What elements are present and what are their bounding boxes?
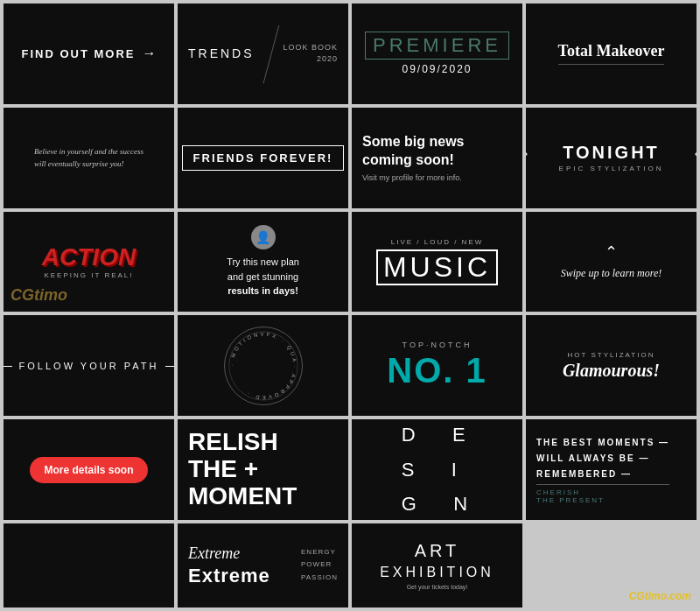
more-details-button[interactable]: More details soon [30,457,147,483]
hot-stylization-text: HOT STYLIZATION [568,351,655,359]
circle-svg: · MOTIONVFX · QUALITY · · APPROVED · [225,327,302,405]
svg-text:· MOTIONVFX · QUALITY ·: · MOTIONVFX · QUALITY · [225,327,298,366]
premiere-text: PREMIERE [365,32,509,60]
cell-extreme: Extreme Extreme ENERGY POWER PASSION [178,523,348,607]
art-sub-text: Get your tickets today! [407,584,468,590]
cell-try-plan: 👤 Try this new planand get stunningresul… [178,212,348,313]
cell-swipe-up: ⌃ Swipe up to learn more! [526,212,696,313]
svg-text:· APPROVED ·: · APPROVED · [244,366,298,400]
no1-text: NO. 1 [387,351,486,390]
best-moments-text: THE BEST MOMENTS — WILL ALWAYS BE — REME… [536,435,669,485]
cell-total-makeover: Total Makeover [526,4,696,104]
friends-forever-text: FRIENDS FOREVER! [182,145,345,171]
cell-more-details: More details soon [4,419,174,520]
live-text: LIVE / LOUD / NEW [391,238,484,246]
art-text: ART [415,541,460,561]
tonight-chevrons: › TONIGHT ‹ [526,143,696,163]
action-text: ACTION [42,243,136,271]
cell-music: LIVE / LOUD / NEW MUSIC [352,212,522,313]
cell-motionvfx: · MOTIONVFX · QUALITY · · APPROVED · [178,315,348,416]
music-text: MUSIC [376,249,498,285]
premiere-date: 09/09/2020 [402,63,472,75]
exhibition-text: EXHIBITION [380,565,494,580]
chevron-left-icon: › [526,146,528,160]
motionvfx-circle: · MOTIONVFX · QUALITY · · APPROVED · [224,327,303,405]
cherish-text: CHERISH THE PRESENT [536,488,605,504]
find-out-more-text: FIND OUT MORE [22,47,136,60]
cell-empty-21 [4,523,174,607]
big-news-sub: Visit my profile for more info. [362,173,462,182]
cell-relish: RELISH THE + MOMENT [178,419,348,520]
cell-action: ACTION KEEPING IT REAL! CGtimo [4,212,174,313]
cell-best-moments: THE BEST MOMENTS — WILL ALWAYS BE — REME… [526,419,696,520]
cell-big-news: Some big newscoming soon! Visit my profi… [352,108,522,208]
glamourous-text: Glamourous! [563,361,660,381]
tonight-text: TONIGHT [563,143,660,163]
chevron-up-icon: ⌃ [605,242,618,262]
extreme-script-text: Extreme [188,544,240,563]
cell-empty-24: CGtimo.com [526,523,696,607]
arrow-icon: → [143,46,157,61]
extreme-side-text: ENERGY POWER PASSION [301,546,338,584]
cell-no1: TOP·NOTCH NO. 1 [352,315,522,416]
cell-find-out-more: FIND OUT MORE → [4,4,174,104]
quote-text: Believe in yourself and the successwill … [34,145,144,171]
cell-tonight: › TONIGHT ‹ EPIC STYLIZATION [526,108,696,208]
cell-premiere: PREMIERE 09/09/2020 [352,4,522,104]
main-grid: FIND OUT MORE → TRENDS LOOK BOOK 2020 PR… [0,0,700,611]
swipe-text: Swipe up to learn more! [561,267,662,280]
cgtimo-watermark: CGtimo.com [629,590,691,602]
trends-text: TRENDS [188,46,255,60]
cell-friends-forever: FRIENDS FOREVER! [178,108,348,208]
divider [262,25,279,84]
keeping-text: KEEPING IT REAL! [44,271,133,279]
avatar-icon: 👤 [251,225,276,249]
lookbook-text: LOOK BOOK 2020 [283,43,338,65]
big-news-headline: Some big newscoming soon! [362,133,464,170]
cell-design: D E S I G N [352,419,522,520]
watermark-cgtimo: CGtimo [10,286,67,305]
follow-text: FOLLOW YOUR PATH [12,361,166,371]
cell-trends: TRENDS LOOK BOOK 2020 [178,4,348,104]
chevron-right-icon: ‹ [695,146,696,160]
design-text: D E S I G N [402,419,472,520]
extreme-bold-text: Extreme [188,565,270,587]
plan-text: Try this new planand get stunningresults… [227,255,299,298]
epic-text: EPIC STYLIZATION [559,165,664,172]
cell-quote: Believe in yourself and the successwill … [4,108,174,208]
cell-glamourous: HOT STYLIZATION Glamourous! [526,315,696,416]
cell-art-exhibition: ART EXHIBITION Get your tickets today! [352,523,522,607]
cell-follow-path: FOLLOW YOUR PATH [4,315,174,416]
total-makeover-text: Total Makeover [558,42,665,65]
top-notch-text: TOP·NOTCH [402,341,472,349]
relish-text: RELISH THE + MOMENT [188,429,297,509]
